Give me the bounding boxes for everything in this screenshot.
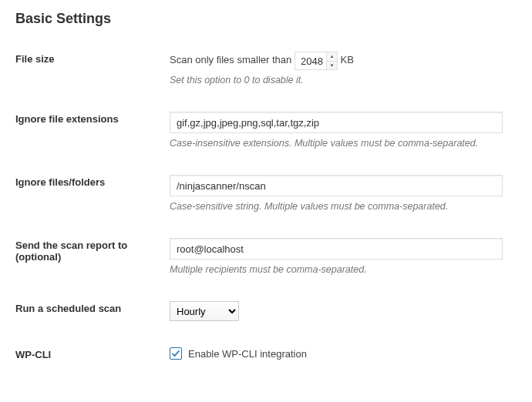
send-report-label: Send the scan report to (optional) (15, 230, 170, 293)
file-size-input[interactable] (295, 52, 326, 69)
check-icon (171, 349, 180, 358)
ignore-ext-label: Ignore file extensions (15, 104, 170, 167)
scheduled-label: Run a scheduled scan (15, 293, 170, 340)
file-size-prefix: Scan only files smaller than (170, 54, 291, 65)
send-report-description: Multiple recipients must be comma-separa… (170, 264, 509, 275)
ignore-ext-description: Case-insensitive extensions. Multiple va… (170, 138, 509, 149)
ignore-files-input[interactable] (170, 175, 503, 196)
send-report-input[interactable] (170, 238, 503, 260)
file-size-suffix: KB (341, 54, 354, 65)
scheduled-select[interactable]: Hourly (170, 301, 239, 321)
section-title: Basic Settings (15, 11, 517, 27)
wpcli-checkbox-label: Enable WP-CLI integration (188, 348, 307, 360)
ignore-ext-input[interactable] (170, 112, 503, 133)
settings-table: File size Scan only files smaller than ▲… (15, 44, 517, 380)
stepper-down-icon[interactable]: ▼ (327, 62, 337, 70)
file-size-label: File size (15, 44, 170, 104)
wpcli-checkbox[interactable] (170, 347, 182, 360)
file-size-description: Set this option to 0 to disable it. (170, 75, 509, 85)
file-size-stepper: ▲ ▼ (326, 52, 337, 69)
file-size-input-wrap: ▲ ▼ (295, 52, 338, 70)
ignore-files-description: Case-sensitive string. Multiple values m… (170, 201, 509, 212)
stepper-up-icon[interactable]: ▲ (327, 52, 337, 62)
wpcli-label: WP-CLI (15, 340, 170, 380)
ignore-files-label: Ignore files/folders (15, 167, 170, 230)
